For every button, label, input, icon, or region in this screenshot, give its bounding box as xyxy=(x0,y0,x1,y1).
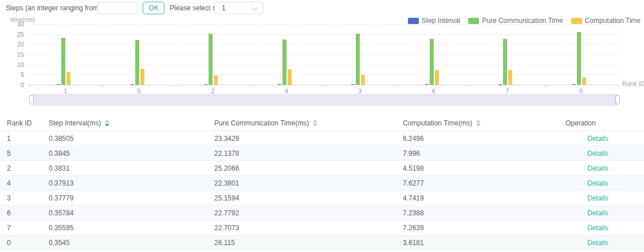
legend-swatch-icon xyxy=(408,18,419,24)
steps-input[interactable] xyxy=(97,2,138,14)
table-row-rank-5: 50.384522.13787.996Details xyxy=(0,146,644,161)
stage-select[interactable]: 1 xyxy=(214,2,264,14)
legend-item-pure-communication-time[interactable]: Pure Communication Time xyxy=(468,17,563,25)
cell-rank-id: 1 xyxy=(7,135,49,143)
cell-step-interval-ms: 0.37779 xyxy=(49,194,214,202)
cell-computation-time-ms: 4.7419 xyxy=(403,194,566,202)
bar-step-interval-rank-4 xyxy=(278,84,281,85)
bar-computation-time-rank-6 xyxy=(435,70,439,85)
legend-item-computation-time[interactable]: Computation Time xyxy=(571,17,641,25)
x-axis-tick xyxy=(470,85,471,87)
details-link[interactable]: Details xyxy=(587,164,608,172)
table-row-rank-0: 00.354526.1153.6181Details xyxy=(0,235,644,250)
details-link[interactable]: Details xyxy=(587,194,608,202)
bar-pure-communication-time-rank-1 xyxy=(61,38,65,85)
cell-rank-id: 6 xyxy=(7,209,49,217)
bar-computation-time-rank-5 xyxy=(140,69,144,85)
cell-step-interval-ms: 0.3831 xyxy=(49,164,214,172)
gridline xyxy=(29,24,618,25)
rank-metrics-table: Rank IDStep Interval(ms)Pure Communicati… xyxy=(0,115,644,250)
cell-operation: Details xyxy=(566,164,644,172)
x-axis-tick xyxy=(618,85,618,87)
cell-rank-id: 4 xyxy=(7,179,49,187)
cell-computation-time-ms: 7.2388 xyxy=(403,209,566,217)
bar-step-interval-rank-1 xyxy=(57,84,60,85)
details-link[interactable]: Details xyxy=(587,209,608,217)
cell-computation-time-ms: 6.2496 xyxy=(403,135,566,143)
y-tick-label: 20 xyxy=(6,41,24,48)
cell-operation: Details xyxy=(566,209,644,217)
table-row-rank-1: 10.3850523.34296.2496Details xyxy=(0,131,644,146)
cell-computation-time-ms: 7.6277 xyxy=(403,179,566,187)
x-category-label: 0 xyxy=(564,88,598,94)
column-header-step-interval-ms-[interactable]: Step Interval(ms) xyxy=(49,119,214,127)
bar-step-interval-rank-0 xyxy=(572,84,576,85)
bar-step-interval-rank-7 xyxy=(498,84,502,85)
sort-icon[interactable] xyxy=(105,120,109,127)
details-link[interactable]: Details xyxy=(587,149,608,158)
bar-computation-time-rank-3 xyxy=(361,75,365,85)
sort-ascending-caret-icon[interactable] xyxy=(476,120,481,123)
table-header-row: Rank IDStep Interval(ms)Pure Communicati… xyxy=(0,115,644,131)
table-row-rank-7: 70.3559522.70737.2639Details xyxy=(0,220,644,235)
details-link[interactable]: Details xyxy=(587,239,608,247)
sort-icon[interactable] xyxy=(476,120,481,127)
cell-computation-time-ms: 7.996 xyxy=(403,149,566,158)
legend-label: Computation Time xyxy=(585,17,641,25)
bar-pure-communication-time-rank-5 xyxy=(135,40,139,85)
x-category-label: 4 xyxy=(269,88,304,94)
top-controls-bar: Steps (an integer ranging from 1 to 322)… xyxy=(0,0,644,15)
column-header-pure-communication-time-ms-[interactable]: Pure Communication Time(ms) xyxy=(214,119,403,127)
cell-pure-communication-time-ms: 25.1594 xyxy=(214,194,403,202)
x-axis-tick xyxy=(397,85,398,87)
rank-time-bar-chart: time(ms) Rank ID Step IntervalPure Commu… xyxy=(0,15,644,112)
table-row-rank-2: 20.383125.20664.5198Details xyxy=(0,161,644,176)
sort-descending-caret-icon[interactable] xyxy=(105,124,109,127)
column-header-label: Pure Communication Time(ms) xyxy=(214,119,309,127)
legend-label: Step Interval xyxy=(422,17,460,25)
table-row-rank-4: 40.3791322.38017.6277Details xyxy=(0,176,644,191)
y-tick-label: 5 xyxy=(6,71,24,78)
column-header-computation-time-ms-[interactable]: Computation Time(ms) xyxy=(403,119,566,127)
datazoom-left-handle[interactable] xyxy=(29,95,34,104)
ok-button[interactable]: OK xyxy=(143,2,164,14)
bar-step-interval-rank-2 xyxy=(204,84,207,85)
cell-operation: Details xyxy=(566,239,644,247)
sort-ascending-caret-icon[interactable] xyxy=(313,120,317,123)
x-category-label: 1 xyxy=(48,88,83,94)
stage-select-value: 1 xyxy=(222,4,226,12)
sort-ascending-caret-icon[interactable] xyxy=(105,120,109,123)
datazoom-right-handle[interactable] xyxy=(615,95,620,104)
table-row-rank-3: 30.3777925.15944.7419Details xyxy=(0,191,644,206)
legend-item-step-interval[interactable]: Step Interval xyxy=(408,17,460,25)
chevron-down-icon xyxy=(252,4,258,10)
cell-step-interval-ms: 0.3845 xyxy=(49,149,214,158)
cell-computation-time-ms: 7.2639 xyxy=(403,224,566,232)
x-axis-tick xyxy=(29,85,29,87)
column-header-rank-id: Rank ID xyxy=(7,119,49,127)
gridline xyxy=(29,65,618,65)
cell-operation: Details xyxy=(566,135,644,143)
details-link[interactable]: Details xyxy=(587,224,608,232)
datazoom-slider[interactable] xyxy=(32,94,618,106)
x-category-label: 2 xyxy=(195,88,230,94)
bar-computation-time-rank-4 xyxy=(288,69,292,85)
details-link[interactable]: Details xyxy=(587,135,608,143)
x-category-label: 6 xyxy=(417,88,451,94)
x-axis-tick xyxy=(544,85,545,87)
sort-descending-caret-icon[interactable] xyxy=(476,124,481,127)
table-row-rank-6: 60.3578422.77927.2388Details xyxy=(0,206,644,220)
cell-step-interval-ms: 0.38505 xyxy=(49,135,214,143)
sort-descending-caret-icon[interactable] xyxy=(313,124,317,127)
column-header-label: Computation Time(ms) xyxy=(403,119,472,127)
sort-icon[interactable] xyxy=(313,120,317,127)
cell-computation-time-ms: 3.6181 xyxy=(403,239,566,247)
details-link[interactable]: Details xyxy=(587,179,608,187)
bar-pure-communication-time-rank-3 xyxy=(356,34,360,85)
cell-step-interval-ms: 0.35595 xyxy=(49,224,214,232)
y-tick-label: 15 xyxy=(6,51,24,58)
cell-rank-id: 3 xyxy=(7,194,49,202)
cell-step-interval-ms: 0.35784 xyxy=(49,209,214,217)
x-axis-name: Rank ID xyxy=(622,80,644,87)
cell-step-interval-ms: 0.3545 xyxy=(49,239,214,247)
